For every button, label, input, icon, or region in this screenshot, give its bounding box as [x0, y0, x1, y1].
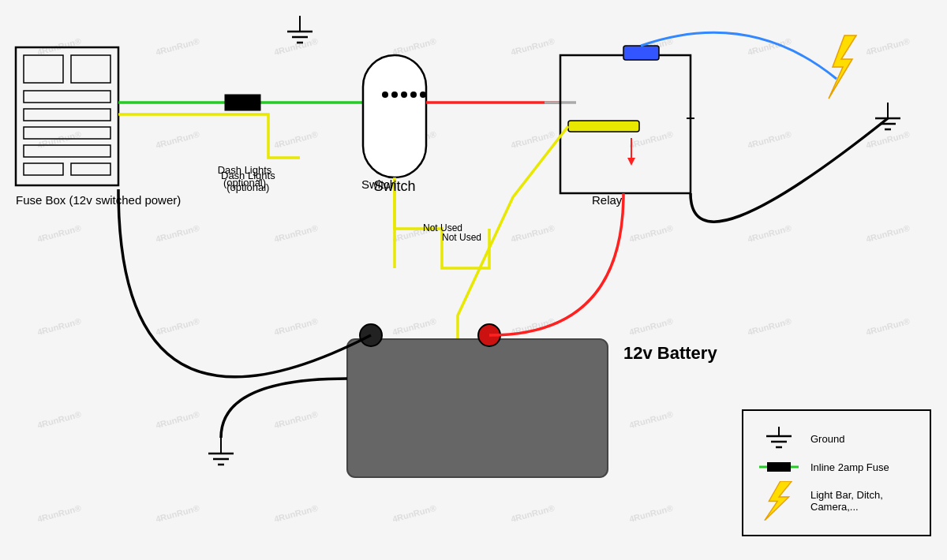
lightning-bolt: [829, 35, 856, 99]
svg-rect-6: [24, 163, 63, 175]
legend-fuse: Inline 2amp Fuse: [755, 459, 918, 475]
relay-blue-terminal: [623, 46, 659, 60]
svg-point-9: [382, 91, 388, 98]
svg-rect-3: [24, 109, 110, 121]
svg-rect-7: [71, 163, 110, 175]
fuse-box: [16, 47, 118, 185]
battery-body: [347, 339, 608, 477]
svg-marker-38: [765, 481, 792, 521]
switch-body: [363, 55, 426, 177]
switch-text-label: Switch: [361, 177, 396, 191]
legend-fuse-icon: [755, 459, 803, 475]
red-wire-bat: [489, 193, 623, 335]
relay-label: Relay: [592, 193, 622, 207]
svg-rect-2: [24, 91, 110, 103]
legend-lightning-icon: [755, 481, 803, 521]
svg-marker-17: [627, 158, 635, 166]
legend-ground-icon: [755, 425, 803, 453]
svg-rect-36: [767, 462, 791, 472]
ground-bottom-left: [208, 438, 234, 465]
dash-lights-text: Dash Lights(optional): [221, 170, 275, 193]
battery-label: 12v Battery: [623, 343, 717, 364]
not-used-text: Not Used: [423, 222, 462, 233]
svg-marker-18: [829, 35, 856, 99]
not-used-label: Not Used: [442, 232, 481, 243]
svg-point-13: [420, 91, 426, 98]
black-wire-power: [691, 118, 888, 222]
svg-point-12: [410, 91, 417, 98]
svg-rect-4: [24, 127, 110, 139]
ground-top-center: [287, 16, 313, 43]
svg-rect-1: [71, 55, 110, 83]
black-wire-bat-left: [221, 379, 347, 438]
legend-box: Ground Inline 2amp Fuse Light Bar, Ditch…: [742, 409, 931, 536]
svg-point-11: [401, 91, 407, 98]
svg-rect-0: [24, 55, 63, 83]
inline-fuse: [225, 95, 260, 110]
svg-point-10: [391, 91, 398, 98]
legend-ground: Ground: [755, 425, 918, 453]
relay-yellow-terminal: [568, 121, 639, 132]
legend-lightning: Light Bar, Ditch,Camera,...: [755, 481, 918, 521]
yellow-wire-dash: [118, 114, 300, 158]
svg-rect-5: [24, 145, 110, 157]
fuse-box-label: Fuse Box (12v switched power): [16, 193, 181, 207]
black-wire-ground: [118, 189, 371, 377]
